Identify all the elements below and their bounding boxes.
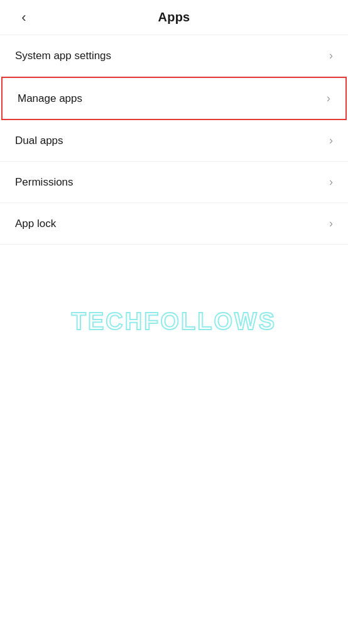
back-button[interactable]: ‹ bbox=[13, 6, 35, 29]
menu-item-app-lock[interactable]: App lock› bbox=[0, 203, 348, 245]
menu-item-permissions[interactable]: Permissions› bbox=[0, 162, 348, 203]
menu-list: System app settings›Manage apps›Dual app… bbox=[0, 35, 348, 245]
chevron-right-icon: › bbox=[329, 49, 333, 62]
chevron-right-icon: › bbox=[329, 134, 333, 147]
menu-item-system-app-settings[interactable]: System app settings› bbox=[0, 35, 348, 77]
menu-item-label: Manage apps bbox=[18, 92, 82, 105]
header: ‹ Apps bbox=[0, 0, 348, 35]
chevron-right-icon: › bbox=[329, 217, 333, 230]
chevron-right-icon: › bbox=[327, 92, 330, 105]
menu-item-label: System app settings bbox=[15, 50, 111, 62]
page-title: Apps bbox=[158, 10, 190, 25]
watermark: TECHFOLLOWS bbox=[72, 308, 276, 335]
menu-item-label: App lock bbox=[15, 218, 56, 230]
menu-item-dual-apps[interactable]: Dual apps› bbox=[0, 120, 348, 162]
menu-item-manage-apps[interactable]: Manage apps› bbox=[1, 77, 347, 120]
menu-item-label: Permissions bbox=[15, 176, 73, 189]
chevron-right-icon: › bbox=[329, 175, 333, 189]
menu-item-label: Dual apps bbox=[15, 135, 63, 147]
